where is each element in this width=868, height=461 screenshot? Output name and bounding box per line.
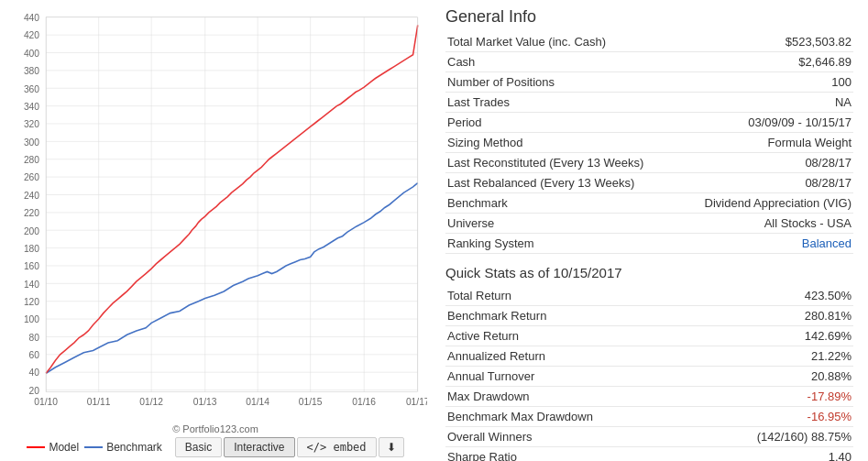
quick-stats-label: Benchmark Max Drawdown (445, 407, 670, 427)
general-info-label: Cash (445, 52, 670, 72)
svg-text:180: 180 (24, 243, 39, 254)
basic-button[interactable]: Basic (175, 437, 222, 457)
svg-text:360: 360 (24, 82, 39, 93)
general-info-row: Sizing MethodFormula Weight (445, 133, 853, 153)
general-info-label: Ranking System (445, 234, 670, 254)
general-info-title: General Info (445, 7, 853, 27)
general-info-row: UniverseAll Stocks - USA (445, 214, 853, 234)
quick-stats-label: Sharpe Ratio (445, 447, 670, 462)
quick-stats-row: Annualized Return21.22% (445, 346, 853, 367)
svg-rect-0 (4, 7, 427, 422)
general-info-value: 03/09/09 - 10/15/17 (670, 113, 853, 133)
svg-text:40: 40 (29, 367, 40, 378)
general-info-row: Total Market Value (inc. Cash)$523,503.8… (445, 32, 853, 52)
svg-text:01/13: 01/13 (193, 395, 217, 406)
svg-text:420: 420 (24, 29, 39, 40)
quick-stats-label: Total Return (445, 286, 670, 306)
quick-stats-label: Max Drawdown (445, 387, 670, 407)
quick-stats-value: 1.40 (670, 447, 853, 462)
svg-text:340: 340 (24, 101, 39, 112)
general-info-value: Balanced (670, 234, 853, 254)
svg-text:220: 220 (24, 207, 39, 218)
general-info-row: Period03/09/09 - 10/15/17 (445, 113, 853, 133)
legend-model-label: Model (49, 441, 79, 454)
general-info-label: Universe (445, 214, 670, 234)
svg-text:01/15: 01/15 (299, 395, 323, 406)
general-info-value: NA (670, 93, 853, 113)
quick-stats-row: Sharpe Ratio1.40 (445, 447, 853, 462)
general-info-row: Cash$2,646.89 (445, 52, 853, 72)
quick-stats-row: Benchmark Max Drawdown-16.95% (445, 407, 853, 427)
general-info-row: Last Reconstituted (Every 13 Weeks)08/28… (445, 153, 853, 173)
general-info-label: Last Trades (445, 93, 670, 113)
svg-text:01/11: 01/11 (87, 395, 111, 406)
general-info-label: Benchmark (445, 193, 670, 214)
general-info-row: Ranking SystemBalanced (445, 234, 853, 254)
svg-text:01/14: 01/14 (246, 395, 269, 406)
quick-stats-label: Annual Turnover (445, 367, 670, 387)
general-info-table: Total Market Value (inc. Cash)$523,503.8… (445, 32, 853, 254)
svg-text:320: 320 (24, 118, 39, 129)
general-info-row: Last Rebalanced (Every 13 Weeks)08/28/17 (445, 173, 853, 193)
general-info-value: $2,646.89 (670, 52, 853, 72)
quick-stats-value: (142/160) 88.75% (670, 427, 853, 447)
download-button[interactable]: ⬇ (379, 437, 404, 457)
general-info-value: Formula Weight (670, 133, 853, 153)
quick-stats-value: -16.95% (670, 407, 853, 427)
quick-stats-value: 142.69% (670, 326, 853, 346)
general-info-label: Last Reconstituted (Every 13 Weeks) (445, 153, 670, 173)
svg-text:01/17: 01/17 (406, 395, 427, 406)
quick-stats-value: 21.22% (670, 346, 853, 367)
svg-text:140: 140 (24, 278, 39, 289)
svg-text:120: 120 (24, 296, 39, 307)
svg-text:400: 400 (24, 48, 39, 59)
interactive-button[interactable]: Interactive (224, 437, 294, 457)
general-info-value: 08/28/17 (670, 173, 853, 193)
general-info-label: Last Rebalanced (Every 13 Weeks) (445, 173, 670, 193)
quick-stats-label: Benchmark Return (445, 306, 670, 326)
quick-stats-label: Annualized Return (445, 346, 670, 367)
general-info-row: BenchmarkDividend Appreciation (VIG) (445, 193, 853, 214)
chart-area: 440 420 400 380 360 340 320 300 280 260 … (4, 7, 427, 422)
legend-benchmark-line (84, 446, 103, 448)
general-info-value: $523,503.82 (670, 32, 853, 52)
general-info-value: 100 (670, 72, 853, 93)
legend-benchmark-label: Benchmark (106, 441, 162, 454)
quick-stats-value: 280.81% (670, 306, 853, 326)
legend-model: Model (27, 441, 79, 454)
svg-text:100: 100 (24, 313, 39, 324)
chart-legend-buttons: Model Benchmark Basic Interactive </> em… (4, 437, 427, 457)
general-info-value: 08/28/17 (670, 153, 853, 173)
quick-stats-row: Max Drawdown-17.89% (445, 387, 853, 407)
svg-text:300: 300 (24, 136, 39, 147)
svg-text:20: 20 (29, 385, 40, 396)
svg-text:260: 260 (24, 171, 39, 182)
svg-text:01/12: 01/12 (139, 395, 163, 406)
quick-stats-value: -17.89% (670, 387, 853, 407)
general-info-row: Number of Positions100 (445, 72, 853, 93)
general-info-value: Dividend Appreciation (VIG) (670, 193, 853, 214)
chart-footer: © Portfolio123.com Model Benchmark Basic… (4, 422, 427, 457)
quick-stats-row: Annual Turnover20.88% (445, 367, 853, 387)
legend-benchmark: Benchmark (84, 441, 162, 454)
chart-button-group: Basic Interactive </> embed ⬇ (175, 437, 404, 457)
legend-model-line (27, 446, 45, 448)
chart-svg: 440 420 400 380 360 340 320 300 280 260 … (4, 7, 427, 422)
svg-text:280: 280 (24, 154, 39, 165)
svg-text:01/10: 01/10 (34, 395, 58, 406)
svg-text:200: 200 (24, 225, 39, 236)
quick-stats-row: Total Return423.50% (445, 286, 853, 306)
svg-text:60: 60 (29, 349, 40, 360)
embed-button[interactable]: </> embed (297, 437, 377, 457)
quick-stats-label: Overall Winners (445, 427, 670, 447)
general-info-row: Last TradesNA (445, 93, 853, 113)
chart-copyright: © Portfolio123.com (172, 423, 258, 434)
svg-text:80: 80 (29, 332, 40, 343)
quick-stats-value: 20.88% (670, 367, 853, 387)
general-info-label: Number of Positions (445, 72, 670, 93)
svg-text:440: 440 (24, 12, 39, 23)
quick-stats-row: Active Return142.69% (445, 326, 853, 346)
general-info-label: Period (445, 113, 670, 133)
quick-stats-title: Quick Stats as of 10/15/2017 (445, 265, 853, 280)
quick-stats-table: Total Return423.50%Benchmark Return280.8… (445, 286, 853, 461)
